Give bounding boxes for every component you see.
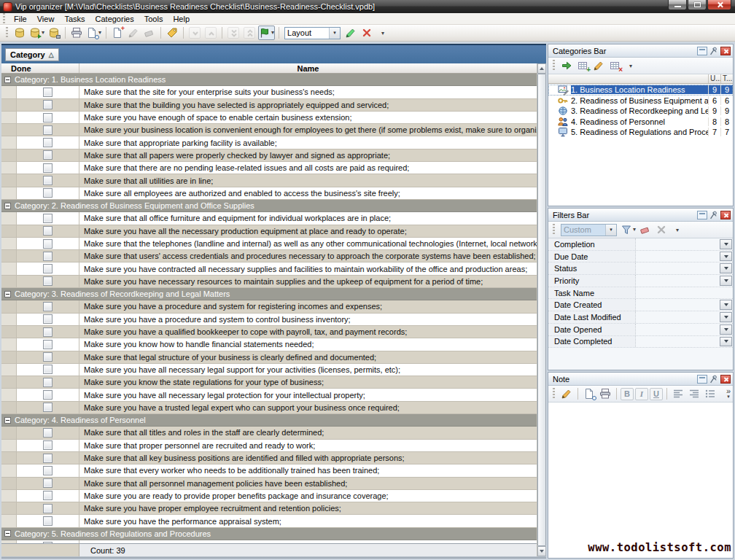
edit-task-button[interactable] [126,26,141,40]
close-button[interactable] [707,0,731,10]
task-row[interactable]: Make sure that all utilities are in line… [1,174,537,187]
filter-value[interactable] [636,311,719,323]
task-row[interactable]: Make sure you have contracted all necess… [1,262,537,275]
collapse-icon[interactable] [4,77,11,83]
category-item[interactable]: 2. Readiness of Business Equipment and O… [548,96,733,106]
task-checkbox[interactable] [43,150,52,160]
column-header-total[interactable]: T... [720,74,733,83]
layout-flag-button[interactable]: ▾ [258,26,275,40]
task-checkbox[interactable] [43,163,52,173]
category-group-row[interactable]: Category: 4. Readiness of Personnel [1,414,537,427]
task-checkbox[interactable] [43,454,52,463]
collapse-icon[interactable] [4,417,11,424]
move-bottom-button[interactable] [226,26,241,40]
category-item[interactable]: 5. Readiness of Regulations and Procedur… [548,127,733,138]
delete-category-button[interactable]: × [607,58,622,73]
bullets-button[interactable] [703,386,718,401]
bold-button[interactable]: B [621,388,634,400]
task-checkbox[interactable] [43,100,52,109]
task-checkbox[interactable] [43,214,52,223]
collapse-icon[interactable] [4,291,11,298]
filter-value[interactable] [636,299,719,311]
filter-value[interactable] [636,238,719,250]
note-maximize-button[interactable] [697,375,707,384]
task-row[interactable]: Make sure you know how to handle financi… [1,338,537,351]
task-row[interactable]: Make sure you have a procedure and syste… [1,314,537,326]
clear-task-button[interactable] [142,26,157,40]
task-checkbox[interactable] [43,314,52,324]
task-checkbox[interactable] [43,176,52,185]
task-row[interactable]: Make sure that all papers were properly … [1,149,537,162]
dropdown-caret[interactable]: ▾ [271,30,274,36]
filter-value[interactable] [636,262,719,274]
menu-tools[interactable]: Tools [139,14,168,24]
print-button[interactable] [69,26,84,40]
task-checkbox[interactable] [43,188,52,198]
task-row[interactable]: Make sure that all personnel management … [1,478,537,490]
minimize-button[interactable] [668,0,687,10]
categories-bar-pin-button[interactable] [709,47,719,55]
delete-layout-button[interactable] [359,26,374,40]
task-checkbox[interactable] [43,390,52,400]
filter-preset-combobox-dropdown-button[interactable]: ▾ [605,225,616,236]
caret-button[interactable]: ▾ [623,58,638,73]
category-group-row[interactable]: Category: 3. Readiness of Recordkeeping … [1,288,537,300]
save-database-button[interactable] [47,26,61,40]
task-checkbox[interactable] [43,302,52,311]
task-checkbox[interactable] [43,428,52,438]
task-checkbox[interactable] [43,276,52,286]
task-checkbox[interactable] [43,264,52,273]
group-by-category-button[interactable]: Category △ [5,48,59,61]
scroll-down-button[interactable] [537,546,546,556]
task-row[interactable]: Make sure you have necessary resources t… [1,276,537,288]
print-button[interactable] [598,386,612,401]
filters-bar-maximize-button[interactable] [697,211,707,219]
task-row[interactable]: Make sure that appropriate parking facil… [1,136,537,149]
task-checkbox[interactable] [43,88,52,97]
category-item[interactable]: 1. Business Location Readiness99 [548,85,733,96]
task-row[interactable]: Make sure you have enough of space to en… [1,112,537,124]
task-row[interactable]: Make sure that every worker who needs to… [1,464,537,477]
align-right-button[interactable] [687,386,701,401]
scrollbar-thumb[interactable] [537,74,546,546]
filter-dropdown-button[interactable] [720,239,732,249]
menu-categories[interactable]: Categories [90,14,139,24]
task-row[interactable]: Make sure you have all the necessary pro… [1,225,537,238]
move-top-button[interactable] [242,26,257,40]
menu-help[interactable]: Help [168,14,195,24]
task-row[interactable]: Make sure that there are no pending leas… [1,162,537,174]
collapse-icon[interactable] [4,203,11,209]
maximize-button[interactable] [688,0,707,10]
filter-dropdown-button[interactable] [720,337,732,347]
scroll-up-button[interactable] [537,63,546,74]
task-row[interactable]: Make sure your business location is conv… [1,124,537,136]
note-close-button[interactable] [720,375,731,384]
note-pin-button[interactable] [709,375,719,384]
category-item[interactable]: 4. Readiness of Personnel88 [548,117,733,128]
filter-dropdown-button[interactable] [720,276,732,286]
column-header-name[interactable]: Name [79,63,537,73]
task-checkbox[interactable] [43,138,52,147]
task-row[interactable]: Make sure you have all necessary legal s… [1,364,537,376]
task-checkbox[interactable] [43,402,52,412]
filter-value[interactable] [636,275,719,287]
filter-dropdown-button[interactable] [720,300,732,310]
move-down-button[interactable] [187,26,202,40]
task-checkbox[interactable] [43,491,52,500]
task-row[interactable]: Make sure that the building you have sel… [1,99,537,112]
filters-bar-close-button[interactable] [720,211,731,219]
filter-dropdown-button[interactable] [720,252,732,262]
task-checkbox[interactable] [43,440,52,450]
new-task-button[interactable]: + [110,26,125,40]
caret-button[interactable]: ▾ [670,222,685,237]
task-row[interactable]: Make sure you have proper employee recru… [1,502,537,515]
filter-dropdown-button[interactable] [720,312,732,322]
filter-preset-combobox[interactable]: Custom▾ [561,224,617,236]
task-checkbox[interactable] [43,239,52,249]
vertical-scrollbar[interactable] [537,63,546,556]
menu-view[interactable]: View [32,14,60,24]
eraser-button[interactable] [638,222,653,237]
align-left-button[interactable] [671,386,685,401]
task-row[interactable]: Make sure all employees are authorized a… [1,187,537,200]
collapse-icon[interactable] [4,530,11,537]
